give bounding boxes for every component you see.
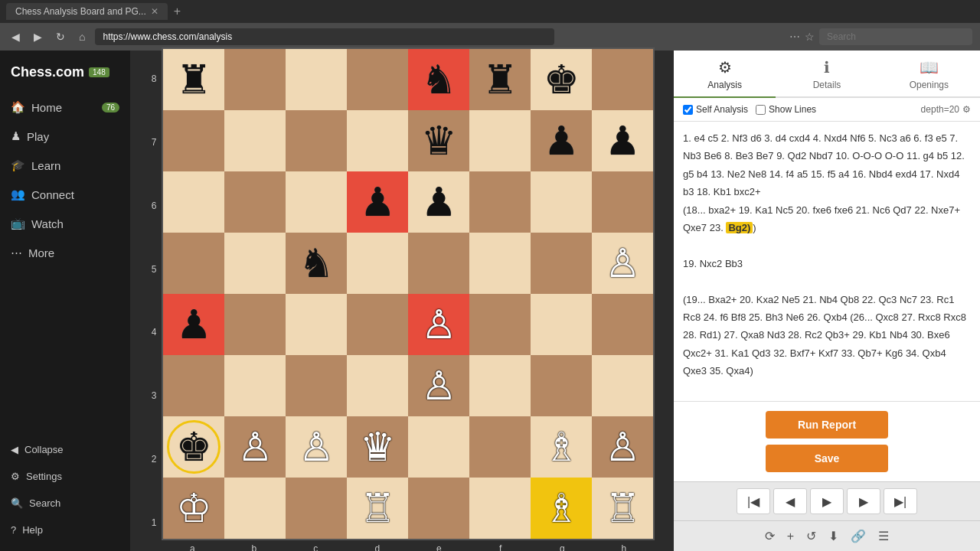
sidebar-item-settings[interactable]: ⚙ Settings (0, 463, 130, 490)
cell-f2[interactable] (469, 416, 531, 478)
new-tab-button[interactable]: + (168, 2, 187, 21)
refresh-button[interactable]: ↺ (803, 526, 819, 546)
cell-d3[interactable] (347, 355, 408, 416)
cell-f4[interactable] (469, 294, 531, 355)
cell-e3[interactable]: ♙ (408, 355, 469, 416)
cell-a7[interactable] (163, 110, 224, 171)
cell-e4[interactable]: ♙ (408, 294, 469, 355)
sidebar-item-search[interactable]: 🔍 Search (0, 490, 130, 517)
cell-a4[interactable]: ♟ (163, 294, 224, 355)
home-button[interactable]: ⌂ (75, 29, 89, 44)
sidebar-item-help[interactable]: ? Help (0, 517, 130, 543)
cell-e5[interactable] (408, 233, 469, 294)
cell-d6[interactable]: ♟ (347, 171, 408, 233)
cell-c8[interactable] (286, 49, 347, 110)
cell-d4[interactable] (347, 294, 408, 355)
browser-search-input[interactable] (819, 28, 972, 45)
cell-f1[interactable] (469, 478, 531, 539)
cell-d8[interactable] (347, 49, 408, 110)
sidebar-item-home[interactable]: 🏠 Home 76 (0, 93, 130, 122)
tab-openings[interactable]: 📖 Openings (878, 51, 980, 98)
cell-f5[interactable] (469, 233, 531, 294)
chess-board[interactable]: ♜♞♜♚♛♟♟♟♟♞♙♟♙♙♚♙♙♛♗♙♔♖♗♖ (162, 47, 655, 540)
cell-e1[interactable] (408, 478, 469, 539)
cell-c2[interactable]: ♙ (286, 416, 347, 478)
cell-h3[interactable] (592, 355, 653, 416)
cell-c3[interactable] (286, 355, 347, 416)
cell-f6[interactable] (469, 171, 531, 233)
cell-b3[interactable] (224, 355, 286, 416)
play-button[interactable]: ▶ (810, 488, 844, 514)
cell-c6[interactable] (286, 171, 347, 233)
sidebar-item-collapse[interactable]: ◀ Collapse (0, 436, 130, 463)
cell-e6[interactable]: ♟ (408, 171, 469, 233)
cell-g7[interactable]: ♟ (531, 110, 592, 171)
cell-b1[interactable] (224, 478, 286, 539)
sidebar-item-more[interactable]: ⋯ More (0, 238, 130, 267)
reload-button[interactable]: ↻ (52, 29, 69, 44)
run-report-button[interactable]: Run Report (766, 411, 888, 439)
cell-c5[interactable]: ♞ (286, 233, 347, 294)
cell-a1[interactable]: ♔ (163, 478, 224, 539)
cell-h5[interactable]: ♙ (592, 233, 653, 294)
tab-details[interactable]: ℹ Details (776, 51, 877, 98)
cell-e8[interactable]: ♞ (408, 49, 469, 110)
cell-d2[interactable]: ♛ (347, 416, 408, 478)
sidebar-item-learn[interactable]: 🎓 Learn (0, 151, 130, 180)
cell-f3[interactable] (469, 355, 531, 416)
cell-h1[interactable]: ♖ (592, 478, 653, 539)
flip-board-button[interactable]: ⟳ (762, 526, 778, 546)
first-move-button[interactable]: |◀ (737, 488, 770, 514)
cell-b2[interactable]: ♙ (224, 416, 286, 478)
cell-c4[interactable] (286, 294, 347, 355)
cell-b7[interactable] (224, 110, 286, 171)
cell-a3[interactable] (163, 355, 224, 416)
add-button[interactable]: + (784, 527, 797, 546)
tab-close[interactable]: ✕ (151, 6, 158, 17)
tab-analysis[interactable]: ⚙ Analysis (674, 51, 776, 98)
cell-f8[interactable]: ♜ (469, 49, 531, 110)
cell-g5[interactable] (531, 233, 592, 294)
cell-g2[interactable]: ♗ (531, 416, 592, 478)
cell-c7[interactable] (286, 110, 347, 171)
cell-g1[interactable]: ♗ (531, 478, 592, 539)
cell-e2[interactable] (408, 416, 469, 478)
cell-f7[interactable] (469, 110, 531, 171)
sidebar-item-watch[interactable]: 📺 Watch (0, 209, 130, 238)
cell-a6[interactable] (163, 171, 224, 233)
cell-e7[interactable]: ♛ (408, 110, 469, 171)
cell-d5[interactable] (347, 233, 408, 294)
cell-a8[interactable]: ♜ (163, 49, 224, 110)
cell-b5[interactable] (224, 233, 286, 294)
prev-move-button[interactable]: ◀ (773, 488, 807, 514)
self-analysis-checkbox[interactable] (683, 105, 693, 115)
cell-b8[interactable] (224, 49, 286, 110)
save-button[interactable]: Save (766, 445, 888, 472)
cell-g8[interactable]: ♚ (531, 49, 592, 110)
cell-c1[interactable] (286, 478, 347, 539)
download-button[interactable]: ⬇ (825, 526, 841, 546)
cell-h7[interactable]: ♟ (592, 110, 653, 171)
next-move-button[interactable]: ▶ (847, 488, 880, 514)
show-lines-checkbox[interactable] (756, 105, 766, 115)
sidebar-item-connect[interactable]: 👥 Connect (0, 180, 130, 209)
forward-button[interactable]: ▶ (30, 29, 46, 44)
cell-d1[interactable]: ♖ (347, 478, 408, 539)
cell-h2[interactable]: ♙ (592, 416, 653, 478)
self-analysis-label[interactable]: Self Analysis (683, 104, 748, 115)
url-bar[interactable] (95, 28, 554, 45)
browser-tab[interactable]: Chess Analysis Board and PG... ✕ (6, 3, 168, 20)
cell-g3[interactable] (531, 355, 592, 416)
sidebar-item-play[interactable]: ♟ Play (0, 122, 130, 151)
depth-settings-icon[interactable]: ⚙ (962, 104, 971, 115)
cell-b4[interactable] (224, 294, 286, 355)
cell-g6[interactable] (531, 171, 592, 233)
cell-g4[interactable] (531, 294, 592, 355)
cell-a2[interactable]: ♚ (163, 416, 224, 478)
last-move-button[interactable]: ▶| (884, 488, 917, 514)
menu-button[interactable]: ☰ (875, 526, 892, 546)
show-lines-label[interactable]: Show Lines (756, 104, 816, 115)
cell-a5[interactable] (163, 233, 224, 294)
cell-h4[interactable] (592, 294, 653, 355)
back-button[interactable]: ◀ (8, 29, 24, 44)
